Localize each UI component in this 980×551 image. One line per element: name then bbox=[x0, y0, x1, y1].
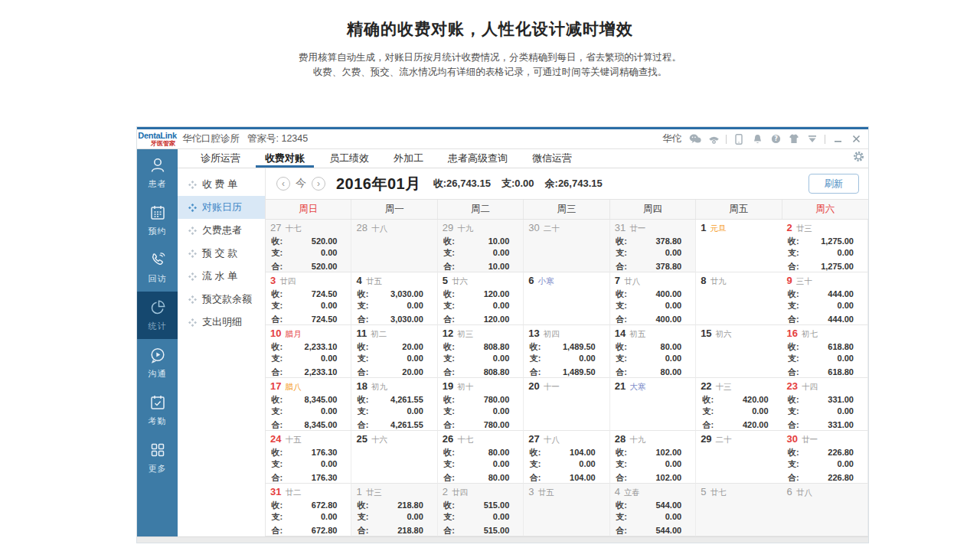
calendar-day-cell[interactable]: 16 初七 收:618.80 支:0.00 合:618.80 bbox=[782, 325, 868, 378]
minimize-icon[interactable] bbox=[831, 134, 844, 145]
calendar-day-cell[interactable]: 4 廿五 收:3,030.00 支:0.00 合:3,030.00 bbox=[351, 272, 437, 325]
user-name: 华佗 bbox=[662, 132, 681, 145]
calendar-day-cell[interactable]: 17 腊八 收:8,345.00 支:0.00 合:8,345.00 bbox=[266, 378, 351, 431]
submenu-item-label: 支出明细 bbox=[202, 315, 242, 329]
close-icon[interactable] bbox=[850, 134, 862, 145]
sidebar-item-appointments[interactable]: 预约 bbox=[137, 197, 178, 244]
calendar-day-cell[interactable]: 2 廿三 收:1,275.00 支:0.00 合:1,275.00 bbox=[782, 220, 868, 272]
calendar-day-cell[interactable]: 23 十四 收:331.00 支:0.00 合:331.00 bbox=[782, 378, 868, 431]
calendar-day-cell[interactable]: 5 廿六 收:120.00 支:0.00 合:120.00 bbox=[438, 272, 524, 325]
calendar-day-cell[interactable]: 21 大寒 收: 支: 合: bbox=[610, 378, 696, 431]
wechat-icon[interactable] bbox=[689, 134, 701, 145]
refresh-button[interactable]: 刷新 bbox=[808, 174, 859, 194]
today-button[interactable]: 今 bbox=[296, 177, 306, 191]
day-number: 30 bbox=[787, 433, 798, 445]
calendar-day-cell[interactable]: 27 十八 收:104.00 支:0.00 合:104.00 bbox=[524, 431, 609, 484]
calendar-day-cell[interactable]: 11 初二 收:20.00 支:0.00 合:20.00 bbox=[351, 325, 437, 378]
day-lunar-label: 十四 bbox=[802, 382, 818, 393]
calendar-day-cell[interactable]: 6 廿八 收: 支: 合: bbox=[782, 484, 868, 536]
tab[interactable]: 诊所运营 bbox=[188, 149, 253, 168]
calendar-day-cell[interactable]: 25 十六 收: 支: 合: bbox=[351, 431, 437, 484]
calendar-day-cell[interactable]: 1 廿三 收:218.80 支:0.00 合:218.80 bbox=[351, 484, 437, 536]
calendar-day-cell[interactable]: 29 十九 收:10.00 支:0.00 合:10.00 bbox=[438, 220, 524, 272]
tab[interactable]: 外加工 bbox=[381, 149, 436, 168]
calendar-day-cell[interactable]: 30 二十 收: 支: 合: bbox=[524, 220, 609, 272]
shirt-icon[interactable] bbox=[788, 134, 800, 145]
help-icon[interactable]: ? bbox=[769, 134, 782, 145]
day-lunar-label: 初五 bbox=[629, 329, 645, 340]
day-amounts: 收:618.80 支:0.00 合:618.80 bbox=[788, 341, 854, 378]
calendar-day-cell[interactable]: 14 初五 收:80.00 支:0.00 合:80.00 bbox=[610, 325, 696, 378]
calendar-day-cell[interactable]: 29 二十 收: 支: 合: bbox=[696, 431, 782, 484]
calendar-day-cell[interactable]: 26 十七 收:80.00 支:0.00 合:80.00 bbox=[438, 431, 524, 484]
dropdown-arrow-icon[interactable] bbox=[806, 134, 818, 145]
calendar-day-cell[interactable]: 18 初九 收:4,261.55 支:0.00 合:4,261.55 bbox=[351, 378, 437, 431]
calendar-day-cell[interactable]: 1 元旦 收: 支: 合: bbox=[696, 220, 782, 272]
tab-label: 员工绩效 bbox=[329, 152, 369, 165]
submenu-item[interactable]: 欠费患者 bbox=[178, 219, 265, 242]
submenu-item[interactable]: 收 费 单 bbox=[178, 173, 265, 196]
next-month-button[interactable]: › bbox=[312, 177, 325, 191]
sidebar-item-communication[interactable]: 沟通 bbox=[137, 339, 178, 386]
calendar-day-cell[interactable]: 31 廿一 收:378.80 支:0.00 合:378.80 bbox=[610, 220, 696, 272]
calendar-day-cell[interactable]: 8 廿九 收: 支: 合: bbox=[696, 272, 782, 325]
hero-section: 精确的收费对账，人性化设计减时增效 费用核算自动生成，对账日历按月统计收费情况，… bbox=[0, 18, 980, 80]
prev-month-button[interactable]: ‹ bbox=[276, 177, 290, 191]
calendar-day-cell[interactable]: 24 十五 收:176.30 支:0.00 合:176.30 bbox=[266, 431, 351, 484]
day-number: 2 bbox=[443, 486, 448, 497]
calendar-day-cell[interactable]: 3 廿五 收: 支: 合: bbox=[524, 484, 609, 536]
calendar-day-cell[interactable]: 4 立春 收:544.00 支:0.00 合:544.00 bbox=[610, 484, 696, 536]
cell-date: 16 初七 bbox=[787, 328, 863, 340]
day-amounts: 收:444.00 支:0.00 合:444.00 bbox=[788, 289, 854, 325]
tab[interactable]: 收费对账 bbox=[253, 149, 317, 168]
calendar-day-cell[interactable]: 7 廿八 收:400.00 支:0.00 合:400.00 bbox=[610, 272, 696, 325]
calendar-day-cell[interactable]: 2 廿四 收:515.00 支:0.00 合:515.00 bbox=[438, 484, 524, 536]
calendar-day-cell[interactable]: 31 廿二 收:672.80 支:0.00 合:672.80 bbox=[266, 484, 351, 536]
cell-date: 3 廿四 bbox=[270, 275, 346, 287]
calendar-day-cell[interactable]: 27 十七 收:520.00 支:0.00 合:520.00 bbox=[266, 220, 351, 272]
tab[interactable]: 患者高级查询 bbox=[436, 149, 520, 168]
calendar-day-cell[interactable]: 10 腊月 收:2,233.10 支:0.00 合:2,233.10 bbox=[266, 325, 351, 378]
sidebar-item-label: 回访 bbox=[149, 273, 167, 285]
sidebar-item-patients[interactable]: 患者 bbox=[137, 149, 178, 197]
calendar-day-cell[interactable]: 22 十三 收:420.00 支:0.00 合:420.00 bbox=[696, 378, 782, 431]
settings-gear-icon[interactable] bbox=[853, 151, 864, 162]
submenu-item[interactable]: 流 水 单 bbox=[178, 265, 265, 288]
income-line: 收:218.80 bbox=[358, 500, 423, 511]
tab[interactable]: 员工绩效 bbox=[317, 149, 381, 168]
income-line: 收:10.00 bbox=[443, 236, 509, 247]
calendar-day-cell[interactable]: 30 廿一 收:226.80 支:0.00 合:226.80 bbox=[782, 431, 868, 484]
person-icon bbox=[149, 156, 167, 174]
tab-label: 收费对账 bbox=[265, 152, 305, 165]
cell-date: 23 十四 bbox=[787, 380, 863, 393]
sidebar-item-followup[interactable]: 回访 bbox=[137, 244, 178, 292]
day-number: 7 bbox=[615, 275, 620, 286]
day-lunar-label: 大寒 bbox=[629, 382, 645, 393]
calendar-day-cell[interactable]: 19 初十 收:780.00 支:0.00 合:780.00 bbox=[438, 378, 524, 431]
calendar-day-cell[interactable]: 3 廿四 收:724.50 支:0.00 合:724.50 bbox=[266, 272, 351, 325]
calendar-day-cell[interactable]: 15 初六 收: 支: 合: bbox=[696, 325, 782, 378]
svg-text:?: ? bbox=[774, 135, 778, 142]
calendar-header: ‹ 今 › 2016年01月 收:26,743.15 支:0.00 余:26,7… bbox=[266, 168, 868, 199]
expense-line: 支:0.00 bbox=[271, 247, 337, 259]
calendar-day-cell[interactable]: 5 廿七 收: 支: 合: bbox=[696, 484, 782, 536]
calendar-day-cell[interactable]: 12 初三 收:808.80 支:0.00 合:808.80 bbox=[438, 325, 524, 378]
submenu-item[interactable]: 对账日历 bbox=[178, 196, 265, 219]
submenu-item[interactable]: 预交款余额 bbox=[178, 288, 265, 311]
submenu-item[interactable]: 预 交 款 bbox=[178, 242, 265, 265]
submenu-item[interactable]: 支出明细 bbox=[178, 311, 265, 334]
calendar-day-cell[interactable]: 28 十九 收:102.00 支:0.00 合:102.00 bbox=[610, 431, 696, 484]
sidebar-item-statistics[interactable]: 统计 bbox=[137, 292, 178, 339]
phone-icon[interactable] bbox=[707, 134, 720, 145]
calendar-day-cell[interactable]: 9 三十 收:444.00 支:0.00 合:444.00 bbox=[782, 272, 868, 325]
tab[interactable]: 微信运营 bbox=[520, 149, 584, 168]
calendar-day-cell[interactable]: 13 初四 收:1,489.50 支:0.00 合:1,489.50 bbox=[524, 325, 609, 378]
calendar-day-cell[interactable]: 20 十一 收: 支: 合: bbox=[524, 378, 609, 431]
calendar-day-cell[interactable]: 28 十八 收: 支: 合: bbox=[351, 220, 437, 272]
mobile-icon[interactable] bbox=[733, 134, 745, 145]
bell-icon[interactable] bbox=[751, 134, 763, 145]
sidebar-item-attendance[interactable]: 考勤 bbox=[137, 386, 178, 434]
day-number: 13 bbox=[528, 328, 539, 339]
sidebar-item-more[interactable]: 更多 bbox=[137, 434, 178, 481]
calendar-day-cell[interactable]: 6 小寒 收: 支: 合: bbox=[524, 272, 609, 325]
